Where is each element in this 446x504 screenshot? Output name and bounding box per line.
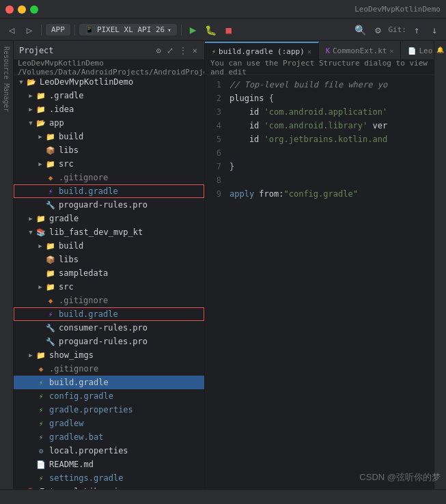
tree-item-lib-gitignore[interactable]: ◆ .gitignore — [14, 294, 204, 307]
tree-item-root-gradlew[interactable]: ⚡ gradlew — [14, 417, 204, 430]
tree-item-app-proguard[interactable]: 🔧 proguard-rules.pro — [14, 198, 204, 212]
tree-item-root-build-gradle[interactable]: ⚡ build.gradle — [14, 376, 204, 389]
tree-item-lib-sampledata[interactable]: 📁 sampledata — [14, 266, 204, 280]
tree-item-app-build-gradle[interactable]: ⚡ build.gradle — [14, 184, 204, 198]
line-content: id 'com.android.application' — [229, 107, 387, 117]
tree-arrow — [36, 173, 45, 182]
tree-item-lib-consumer[interactable]: 🔧 consumer-rules.pro — [14, 321, 204, 335]
tree-item-gradle2-folder[interactable]: ▶ 📁 gradle — [14, 212, 204, 225]
tab-label: Leo — [419, 46, 432, 55]
close-panel-icon[interactable]: ✕ — [191, 44, 199, 57]
tree-arrow — [36, 323, 45, 333]
file-icon: ⚡ — [36, 473, 46, 484]
minimize-button[interactable] — [18, 5, 26, 14]
back-icon[interactable]: ◁ — [4, 23, 19, 38]
tree-label: show_imgs — [49, 350, 94, 360]
tree-item-lib-build[interactable]: ▶ 📁 build — [14, 239, 204, 253]
resource-manager-btn[interactable]: Resource Manager — [1, 44, 12, 115]
run-button[interactable]: ▶ — [186, 23, 201, 38]
tree-item-gradle-folder[interactable]: ▶ 📁 .gradle — [14, 89, 204, 102]
git-push-icon[interactable]: ↑ — [409, 23, 424, 38]
forward-icon[interactable]: ▷ — [22, 23, 37, 38]
tab-tab-commonext[interactable]: KCommonExt.kt✕ — [319, 42, 402, 59]
token-normal: from: — [254, 189, 283, 199]
tree-item-lib-folder[interactable]: ▼ 📚 lib_fast_dev_mvp_kt — [14, 225, 204, 239]
file-icon: ⚡ — [36, 432, 46, 443]
more-options-icon[interactable]: ⋮ — [178, 44, 189, 57]
app-selector[interactable]: APP — [46, 24, 70, 36]
tab-close-btn[interactable]: ✕ — [307, 48, 311, 55]
settings-gear-icon[interactable]: ⚙ — [155, 44, 163, 57]
tree-item-root-gradle-props[interactable]: ⚡ gradle.properties — [14, 403, 204, 417]
chevron-down-icon: ▾ — [167, 27, 171, 33]
debug-button[interactable]: 🐛 — [204, 23, 219, 38]
tree-item-root-gradlew-bat[interactable]: ⚡ gradlew.bat — [14, 430, 204, 444]
close-button[interactable] — [5, 5, 14, 14]
search-icon[interactable]: 🔍 — [353, 23, 368, 38]
tree-arrow — [36, 337, 45, 346]
tree-label: config.gradle — [49, 391, 113, 401]
code-line: 1// Top-level build file where yo — [205, 78, 434, 92]
tree-label: README.md — [49, 460, 94, 469]
tab-close-btn[interactable]: ✕ — [389, 47, 393, 55]
tree-item-root-gitignore[interactable]: ◆ .gitignore — [14, 362, 204, 376]
line-number: 1 — [205, 80, 229, 89]
tree-item-lib-src[interactable]: ▶ 📁 src — [14, 280, 204, 294]
project-panel-title: Project — [19, 46, 152, 55]
tree-item-app-folder[interactable]: ▼ 📂 app — [14, 116, 204, 130]
tree-item-app-src[interactable]: ▶ 📁 src — [14, 157, 204, 171]
tree-item-lib-build-gradle[interactable]: ⚡ build.gradle — [14, 307, 204, 321]
tree-item-idea-folder[interactable]: ▶ 📁 .idea — [14, 102, 204, 116]
file-icon: 📁 — [45, 158, 56, 169]
tab-gradle-icon: ⚡ — [212, 48, 216, 55]
tree-item-app-build[interactable]: ▶ 📁 build — [14, 130, 204, 143]
project-tree[interactable]: ▼ 📂 LeoDevMvpKotlinDemo ▶ 📁 .gradle ▶ 📁 … — [14, 75, 204, 489]
token-string: 'com.android.library' — [264, 121, 368, 130]
tree-item-root-local-props[interactable]: ⚙ local.properties — [14, 444, 204, 458]
git-pull-icon[interactable]: ↓ — [427, 23, 442, 38]
line-number: 4 — [205, 121, 229, 130]
expand-icon[interactable]: ⤢ — [165, 44, 175, 57]
stop-button[interactable]: ■ — [221, 23, 236, 38]
tree-item-root[interactable]: ▼ 📂 LeoDevMvpKotlinDemo — [14, 75, 204, 89]
file-icon: 🔧 — [45, 199, 56, 210]
notifications-btn[interactable]: 🔔 — [436, 44, 445, 55]
tree-label: gradlew.bat — [49, 432, 103, 442]
token-comment: // Top-level build file where yo — [229, 80, 387, 89]
code-editor[interactable]: 1// Top-level build file where yo2plugin… — [205, 75, 434, 489]
tree-label: lib_fast_dev_mvp_kt — [49, 227, 143, 237]
line-number: 7 — [205, 162, 229, 171]
tree-item-root-settings[interactable]: ⚡ settings.gradle — [14, 471, 204, 485]
tree-label: libs — [59, 145, 79, 155]
tree-item-lib-libs[interactable]: 📦 libs — [14, 253, 204, 266]
tree-arrow — [36, 296, 45, 305]
settings-icon[interactable]: ⚙ — [371, 23, 386, 38]
traffic-lights — [5, 5, 38, 14]
line-number: 8 — [205, 176, 229, 185]
tree-arrow — [36, 268, 45, 278]
file-icon: ⚡ — [36, 404, 46, 415]
tree-item-root-config-gradle[interactable]: ⚡ config.gradle — [14, 389, 204, 403]
tree-label: .gitignore — [49, 364, 98, 374]
tree-item-app-libs[interactable]: 📦 libs — [14, 143, 204, 157]
tree-item-lib-proguard[interactable]: 🔧 proguard-rules.pro — [14, 335, 204, 348]
tree-arrow — [36, 200, 45, 210]
tree-arrow: ▼ — [26, 227, 36, 237]
device-selector[interactable]: 📱 PIXEL XL API 26 ▾ — [79, 24, 177, 36]
maximize-button[interactable] — [30, 5, 38, 14]
code-line: 3 id 'com.android.application' — [205, 105, 434, 119]
tree-arrow — [26, 473, 36, 483]
breadcrumb-text: LeoDevMvpKotlinDemo /Volumes/Data/Androi… — [18, 59, 205, 76]
line-content: } — [229, 162, 234, 171]
line-content: id 'com.android.library' ver — [229, 121, 387, 130]
tree-item-show-imgs[interactable]: ▶ 📁 show_imgs — [14, 348, 204, 362]
token-string: "config.gradle" — [283, 189, 357, 199]
tab-tab-leo[interactable]: 📄Leo — [401, 42, 434, 59]
tree-arrow: ▼ — [26, 118, 36, 128]
tab-tab-build-gradle[interactable]: ⚡build.gradle (:app)✕ — [205, 42, 319, 59]
file-icon: ◆ — [45, 295, 56, 306]
file-icon: ⚡ — [36, 391, 46, 402]
tree-item-root-readme[interactable]: 📄 README.md — [14, 458, 204, 471]
tree-item-app-gitignore[interactable]: ◆ .gitignore — [14, 171, 204, 184]
tree-label: consumer-rules.pro — [59, 323, 148, 333]
